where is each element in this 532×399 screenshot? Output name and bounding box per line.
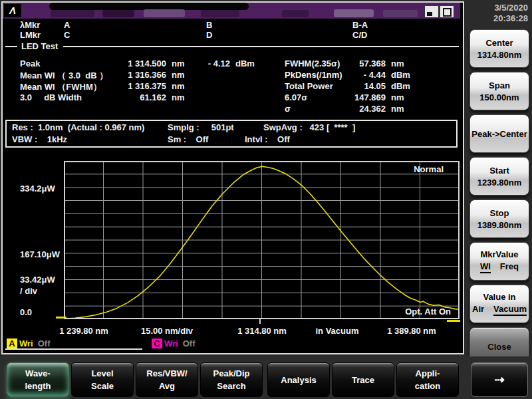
measurement-row: 6.07σ 147.869 nm — [3, 92, 460, 103]
tab-label: Level — [91, 367, 113, 380]
meas-value: - 4.44 — [314, 70, 386, 80]
marker-c-d: C/D — [352, 30, 367, 40]
smooth-setting: Sm : Off — [168, 134, 208, 144]
mkr-value-freq-option[interactable]: Freq — [500, 261, 519, 273]
maximize-button[interactable] — [440, 5, 454, 18]
softkey-label: Value in — [483, 292, 515, 302]
minimize-button[interactable] — [424, 5, 439, 18]
titlebar-redacted-text — [383, 10, 418, 17]
more-arrow-icon: ⇢ — [494, 374, 504, 386]
tab-label: Wave- — [25, 367, 51, 380]
softkey-label: Span — [489, 80, 510, 90]
start-button[interactable]: Start 1239.80nm — [469, 157, 529, 196]
minimize-icon — [427, 12, 432, 16]
softkey-label: MkrValue — [480, 249, 518, 259]
interval-setting: Intvl : Off — [245, 134, 290, 144]
vbw-setting: VBW : 1kHz — [12, 134, 67, 144]
trace-c-legend[interactable]: C Wri Off — [152, 338, 196, 348]
measurement-row: σ 24.362 nm — [3, 104, 460, 114]
meas-unit: nm — [391, 59, 404, 68]
active-trace-underline — [5, 348, 142, 350]
trace-c-state: Wri — [164, 338, 178, 348]
tab-level-scale[interactable]: Level Scale — [71, 362, 134, 397]
res-setting: Res : 1.0nm (Actual : 0.967 nm) — [12, 122, 144, 132]
maximize-icon — [443, 8, 452, 17]
tab-label: Analysis — [281, 374, 316, 386]
trace-a-legend[interactable]: A Wri Off — [7, 338, 51, 348]
titlebar-redacted-text — [51, 10, 94, 17]
trace-baseline-dash — [56, 317, 66, 319]
meas-unit: nm — [391, 92, 404, 102]
tab-label: Appli- — [416, 367, 440, 380]
tab-wavelength[interactable]: Wave- length — [7, 362, 69, 397]
softkey-value: 150.00nm — [479, 92, 519, 102]
tab-label: Avg — [159, 380, 175, 392]
softkey-label: Start — [489, 166, 509, 176]
softkey-value: 1389.80nm — [477, 220, 522, 230]
meas-unit: dBm — [391, 70, 410, 80]
section-header: LED Test — [5, 41, 459, 51]
softkey-label: Center — [485, 38, 513, 48]
meas-unit: dBm — [391, 81, 410, 91]
tab-peak-dip-search[interactable]: Peak/Dip Search — [200, 362, 263, 397]
center-button[interactable]: Center 1314.80nm — [469, 29, 529, 68]
tab-label: cation — [415, 380, 440, 392]
spectrum-display[interactable]: Normal Opt. Att On — [64, 161, 460, 319]
value-in-vacuum-option[interactable]: Vacuum — [493, 304, 527, 316]
measurement-row: PkDens(/1nm) - 4.44 dBm — [3, 70, 460, 80]
titlebar-redacted-text — [334, 9, 374, 17]
softkey-label: Stop — [490, 208, 509, 218]
measurement-row: FWHM(2.35σ) 57.368 nm — [3, 59, 460, 69]
trace-a-status: Off — [38, 338, 51, 348]
y-axis-label-top: 334.2μW — [20, 184, 55, 194]
tab-res-vbw-avg[interactable]: Res/VBW/ Avg — [136, 362, 198, 397]
center-tick-mark — [259, 319, 261, 324]
titlebar-redacted-text — [144, 9, 185, 17]
tab-application[interactable]: Appli- cation — [396, 362, 459, 397]
meas-label: σ — [285, 104, 291, 114]
softkey-label: Peak->Center — [471, 129, 527, 139]
titlebar-redacted-text — [282, 10, 309, 17]
titlebar-redacted-text — [102, 10, 134, 17]
x-axis-per-div-label: 15.00 nm/div — [141, 326, 193, 336]
y-axis-label-mid: 167.10μW — [20, 249, 60, 259]
osa-screen: Λ λMkr A B B-A LMkr C D C/D — [0, 0, 532, 399]
titlebar-redacted-text — [201, 10, 239, 17]
tab-more-arrow[interactable]: ⇢ — [471, 362, 528, 397]
mkr-value-button[interactable]: MkrValue Wl Freq — [469, 242, 529, 281]
softkey-value: 1314.80nm — [477, 50, 522, 60]
trace-c-status: Off — [183, 338, 196, 348]
peak-to-center-button[interactable]: Peak->Center — [469, 114, 529, 153]
value-in-air-option[interactable]: Air — [472, 304, 484, 316]
softkey-value: 1239.80nm — [477, 178, 522, 188]
marker-a: A — [64, 20, 70, 30]
meas-value: 24.362 — [314, 104, 386, 114]
mkr-value-wl-option[interactable]: Wl — [480, 261, 491, 273]
tab-label: Peak/Dip — [213, 367, 250, 380]
brand-logo-icon: Λ — [4, 4, 21, 17]
value-in-button[interactable]: Value in Air Vacuum — [469, 285, 529, 323]
meas-value: 57.368 — [314, 59, 386, 68]
y-axis-scale-per-div: 33.42μW — [20, 275, 55, 285]
marker-row-wavelength: λMkr A B B-A — [3, 20, 460, 31]
marker-row-level: LMkr C D C/D — [3, 30, 460, 41]
meas-unit: nm — [391, 104, 404, 114]
analyzer-window: Λ λMkr A B B-A LMkr C D C/D — [1, 1, 464, 354]
span-button[interactable]: Span 150.00nm — [469, 72, 529, 110]
trace-c-badge: C — [152, 338, 162, 348]
clock: 3/5/2020 20:36:28 — [493, 3, 528, 24]
softkey-label: Close — [487, 342, 511, 352]
measurement-row: Total Power 14.05 dBm — [3, 81, 460, 92]
tab-label: Trace — [352, 374, 374, 386]
trace-a-badge: A — [7, 338, 17, 348]
y-axis-label-zero: 0.0 — [20, 307, 32, 317]
tab-analysis[interactable]: Analysis — [267, 362, 330, 397]
stop-button[interactable]: Stop 1389.80nm — [469, 200, 529, 238]
date-label: 3/5/2020 — [493, 3, 528, 13]
marker-row-label: LMkr — [20, 30, 41, 40]
trace-a-state: Wri — [19, 338, 33, 348]
tab-label: length — [25, 380, 51, 392]
x-axis-stop-label: 1 389.80 nm — [387, 326, 436, 336]
tab-trace[interactable]: Trace — [332, 362, 394, 397]
window-titlebar[interactable]: Λ — [3, 3, 460, 19]
